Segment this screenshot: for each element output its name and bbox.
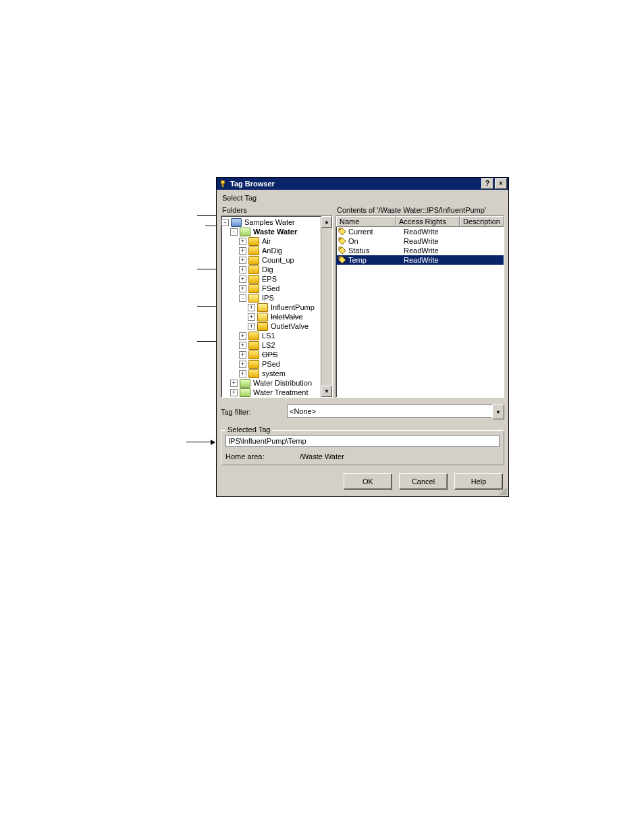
tree-node[interactable]: +InletValve [221,312,321,321]
expand-toggle[interactable]: - [230,228,238,236]
expand-toggle[interactable]: + [239,361,246,368]
selected-tag-legend: Selected Tag [225,425,272,434]
svg-point-5 [340,257,341,259]
tree-node[interactable]: +Dig [221,265,321,274]
folder-icon [248,341,259,350]
tag-icon [338,237,346,245]
expand-toggle[interactable]: + [239,342,246,349]
tree-node[interactable]: -IPS [221,293,321,303]
help-action-button[interactable]: Help [454,473,503,490]
folder-icon [240,388,250,397]
expand-toggle[interactable]: + [239,370,246,377]
folder-icon [248,284,259,293]
titlebar[interactable]: Tag Browser ? × [217,178,508,190]
tree-node[interactable]: +FSed [221,284,321,293]
tag-filter-input[interactable] [287,405,492,418]
expand-toggle[interactable]: + [239,247,246,255]
tree-node[interactable]: +LS2 [221,340,321,350]
tree-node-label: EPS [261,274,277,284]
tree-node[interactable]: +Water Treatment [221,388,321,397]
tree-node[interactable]: -Waste Water [221,227,321,236]
folder-icon [248,369,259,378]
tree-node-label: InfluentPump [270,303,315,312]
tag-name: Current [348,227,401,236]
tree-node[interactable]: +Count_up [221,255,321,265]
scroll-down-button[interactable]: ▼ [321,386,332,397]
tree-node[interactable]: +Air [221,236,321,246]
tag-icon [338,256,346,264]
folder-icon [257,322,268,331]
folder-icon [248,237,259,246]
folder-icon [248,360,259,369]
arrow-6 [186,442,215,442]
tree-node[interactable]: +LS1 [221,331,321,340]
folder-icon [231,218,242,227]
close-button[interactable]: × [495,178,507,189]
tree-node[interactable]: +OutletValve [221,321,321,331]
tag-filter-dropdown-button[interactable]: ▼ [492,405,504,419]
expand-toggle[interactable]: + [230,380,238,387]
expand-toggle[interactable]: + [239,351,246,359]
expand-toggle[interactable]: + [248,304,255,311]
folder-tree[interactable]: -Samples Water-Waste Water+Air+AnDig+Cou… [221,215,333,398]
svg-point-3 [340,238,341,240]
tag-filter-combo[interactable]: ▼ [287,405,504,419]
folders-label: Folders [221,205,333,215]
tree-node[interactable]: +system [221,369,321,378]
resize-grip[interactable] [499,487,507,495]
expand-toggle[interactable]: + [248,313,255,321]
tree-node-label: Water Treatment [252,388,309,397]
expand-toggle[interactable]: + [239,266,246,273]
contents-label: Contents of '/Waste Water::IPS/InfluentP… [336,205,504,215]
tree-node-label: PSed [261,359,281,369]
help-button[interactable]: ? [481,178,493,189]
tree-node-label: Waste Water [252,227,298,236]
expand-toggle[interactable]: + [239,332,246,340]
tree-node-label: LS2 [261,340,276,350]
tag-row[interactable]: StatusReadWrite [336,246,504,255]
ok-button[interactable]: OK [344,473,392,490]
tag-browser-dialog: Tag Browser ? × Select Tag Folders -Samp… [216,177,509,497]
tree-node[interactable]: +InfluentPump [221,303,321,312]
tag-row[interactable]: CurrentReadWrite [336,227,504,236]
tree-node[interactable]: +Water Distribution [221,378,321,388]
tag-row[interactable]: OnReadWrite [336,236,504,246]
tree-scrollbar[interactable]: ▲ ▼ [321,216,332,397]
expand-toggle[interactable]: + [239,276,246,283]
expand-toggle[interactable]: + [239,238,246,245]
home-area-label: Home area: [225,452,300,461]
folder-icon [257,313,268,321]
tree-node-label: Count_up [261,255,295,265]
tree-node[interactable]: +AnDig [221,246,321,255]
expand-toggle[interactable]: + [248,323,255,330]
cancel-button[interactable]: Cancel [399,473,448,490]
tree-node[interactable]: +EPS [221,274,321,284]
tree-node-label: Dig [261,265,274,274]
folder-icon [257,303,268,312]
expand-toggle[interactable]: - [221,219,229,226]
selected-tag-group: Selected Tag Home area: /Waste Water [221,430,504,465]
expand-toggle[interactable]: - [239,294,246,302]
expand-toggle[interactable]: + [239,285,246,292]
tag-name: Temp [348,255,401,265]
expand-toggle[interactable]: + [239,257,246,264]
selected-tag-path[interactable] [225,435,500,447]
svg-point-4 [340,248,341,249]
svg-rect-1 [222,184,223,187]
tag-name: On [348,236,401,246]
tag-list[interactable]: Name Access Rights Description CurrentRe… [336,215,504,398]
col-access-rights[interactable]: Access Rights [396,216,460,227]
home-area-value: /Waste Water [300,452,344,461]
tag-access-rights: ReadWrite [401,227,461,236]
tree-node-label: LS1 [261,331,276,340]
tree-node[interactable]: +PSed [221,359,321,369]
folder-icon [248,294,259,303]
tree-node[interactable]: -Samples Water [221,217,321,227]
col-description[interactable]: Description [460,216,504,227]
tag-access-rights: ReadWrite [401,255,461,265]
col-name[interactable]: Name [336,216,396,227]
expand-toggle[interactable]: + [230,389,238,396]
tag-row[interactable]: TempReadWrite [336,255,504,265]
scroll-up-button[interactable]: ▲ [321,216,332,228]
tree-node[interactable]: +OPS [221,350,321,359]
